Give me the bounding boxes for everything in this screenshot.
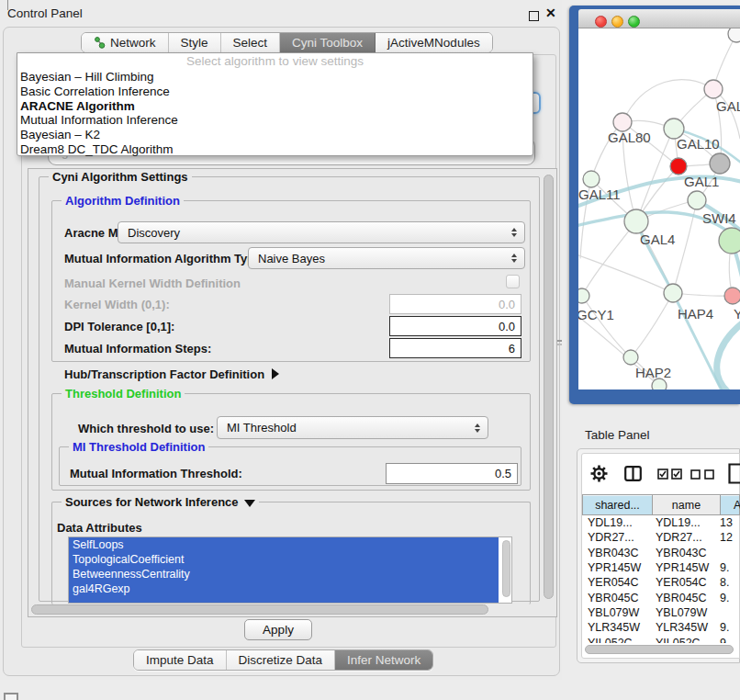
attribute-item-partial[interactable]	[69, 596, 499, 604]
mi-threshold-field[interactable]: 0.5	[386, 463, 518, 484]
settings-horizontal-scrollbar[interactable]	[31, 604, 488, 615]
dropdown-item-dream8-dc-tdc-algorithm[interactable]: Dream8 DC_TDC Algorithm	[17, 142, 533, 157]
attribute-item-gal4rgexp[interactable]: gal4RGexp	[69, 581, 499, 596]
node-label-gal10: GAL10	[677, 136, 720, 152]
zoom-traffic-icon[interactable]	[628, 16, 640, 28]
apply-button[interactable]: Apply	[244, 619, 312, 640]
panel-splitter-handle[interactable]	[556, 339, 563, 346]
table-row[interactable]: YPR145WYPR145W9.	[582, 560, 740, 575]
dropdown-item-bayesian-hill-climbing[interactable]: Bayesian – Hill Climbing	[17, 70, 533, 85]
table-row[interactable]: YDR27...YDR27...12	[582, 530, 740, 545]
sources-group-title[interactable]: Sources for Network Inference	[62, 495, 259, 509]
dropdown-item-aracne-algorithm[interactable]: ARACNE Algorithm	[17, 99, 533, 114]
table-cell: YBL079W	[652, 606, 720, 619]
node-label-gal1: GAL1	[684, 174, 719, 189]
node-hap2[interactable]	[623, 350, 638, 365]
node-gray[interactable]	[710, 153, 730, 174]
table-cell: YER054C	[582, 576, 652, 589]
tab-network[interactable]: Network	[82, 33, 169, 52]
table-cell: 12	[720, 531, 740, 544]
network-canvas[interactable]: GALGAL80GAL10GAL1GAL11SWI4GAL4GCY1HAP4YH…	[578, 28, 740, 390]
node-gal11[interactable]	[583, 171, 600, 187]
tab-cyni-toolbox[interactable]: Cyni Toolbox	[280, 33, 376, 52]
attribute-item-betweennesscentrality[interactable]: BetweennessCentrality	[69, 567, 499, 581]
node-label-hap4: HAP4	[678, 306, 713, 322]
network-edge[interactable]	[582, 221, 636, 296]
tab-style[interactable]: Style	[169, 33, 221, 52]
float-panel-icon[interactable]	[529, 11, 539, 21]
mi-threshold-group-title: MI Threshold Definition	[69, 440, 208, 454]
file-icon[interactable]	[728, 463, 740, 484]
network-window-titlebar[interactable]	[578, 9, 740, 28]
checked-boxes-icon[interactable]	[657, 469, 683, 480]
tab-label: Network	[110, 36, 156, 50]
network-edge[interactable]	[578, 254, 673, 293]
tab-discretize-data[interactable]: Discretize Data	[227, 650, 336, 670]
kernel-width-field[interactable]: 0.0	[389, 294, 521, 314]
table-cell: YPR145W	[582, 561, 652, 574]
dpi-tolerance-field[interactable]: 0.0	[389, 316, 521, 336]
close-icon[interactable]: ✕	[545, 6, 556, 20]
split-columns-icon[interactable]	[624, 466, 642, 481]
column-header-name[interactable]: name	[652, 494, 721, 515]
gear-icon[interactable]	[590, 465, 608, 482]
manual-kernel-label: Manual Kernel Width Definition	[64, 277, 241, 290]
data-attributes-list[interactable]: SelfLoopsTopologicalCoefficientBetweenne…	[68, 536, 512, 604]
node-gcy1[interactable]	[578, 288, 589, 303]
node-salmon[interactable]	[724, 288, 740, 304]
hub-section-toggle[interactable]: Hub/Transcription Factor Definition	[64, 367, 279, 381]
table-horizontal-scrollbar[interactable]	[585, 645, 734, 654]
manual-kernel-checkbox[interactable]	[506, 275, 520, 288]
table-row[interactable]: YBR045CYBR045C9.	[582, 590, 740, 604]
table-cell: YBR043C	[652, 547, 720, 559]
dropdown-item-basic-correlation-inference[interactable]: Basic Correlation Inference	[17, 85, 533, 99]
tab-select[interactable]: Select	[221, 33, 281, 52]
table-cell: YLR345W	[652, 621, 720, 634]
tab-infer-network[interactable]: Infer Network	[335, 650, 432, 670]
node-hap4[interactable]	[664, 284, 682, 302]
node-big-green[interactable]	[719, 228, 740, 254]
node-swi4[interactable]	[688, 191, 706, 209]
attribute-item-topologicalcoefficient[interactable]: TopologicalCoefficient	[69, 552, 499, 567]
table-row[interactable]: YBL079WYBL079W	[582, 605, 740, 620]
minimize-traffic-icon[interactable]	[611, 16, 623, 28]
table-cell: YBR045C	[652, 592, 720, 604]
dropdown-item-bayesian-k2[interactable]: Bayesian – K2	[17, 128, 533, 142]
table-row[interactable]: YER054CYER054C8.	[582, 575, 740, 590]
attribute-item-selfloops[interactable]: SelfLoops	[69, 537, 499, 552]
table-body[interactable]: YDL19...YDL19...13YDR27...YDR27...12YBR0…	[582, 515, 740, 643]
table-row[interactable]: YLR345WYLR345W9.	[582, 620, 740, 635]
tab-label: Cyni Toolbox	[292, 36, 363, 50]
network-edge[interactable]	[582, 296, 631, 357]
mi-type-label: Mutual Information Algorithm Type:	[64, 252, 265, 265]
node-gal80[interactable]	[613, 113, 632, 131]
list-scrollbar[interactable]	[502, 540, 510, 597]
node-gal1[interactable]	[670, 158, 687, 175]
node-gal4[interactable]	[624, 209, 648, 233]
table-row[interactable]: YIL052CYIL052C9	[582, 635, 740, 643]
algorithm-definition-title: Algorithm Definition	[62, 194, 184, 208]
mi-type-combo[interactable]: Naive Bayes	[248, 247, 525, 269]
table-row[interactable]: YBR043CYBR043C	[582, 546, 740, 560]
network-edge[interactable]	[717, 321, 740, 390]
aracne-mode-combo[interactable]: Discovery	[118, 221, 525, 243]
close-traffic-icon[interactable]	[595, 16, 607, 28]
column-header-shared-name[interactable]: shared...	[582, 494, 653, 515]
settings-vertical-scrollbar[interactable]	[544, 175, 554, 599]
dropdown-item-mutual-information-inference[interactable]: Mutual Information Inference	[17, 113, 533, 128]
mi-steps-field[interactable]: 6	[389, 338, 521, 358]
minimized-panel-icon[interactable]	[4, 693, 18, 700]
node-pink-top[interactable]	[704, 80, 723, 98]
node-top-right[interactable]	[728, 28, 740, 42]
which-threshold-combo[interactable]: MI Threshold	[217, 416, 488, 439]
table-row[interactable]: YDL19...YDL19...13	[582, 515, 740, 530]
tab-impute-data[interactable]: Impute Data	[134, 650, 227, 670]
column-header-partial[interactable]: A	[720, 494, 740, 515]
kernel-width-label: Kernel Width (0,1):	[64, 298, 170, 311]
unchecked-boxes-icon[interactable]	[690, 469, 715, 480]
control-panel: Control Panel ✕ galFiltered.sif default …	[0, 0, 562, 680]
table-cell: YBR045C	[582, 592, 652, 604]
tab-jactivemnodules[interactable]: jActiveMNodules	[376, 33, 492, 52]
network-edge[interactable]	[631, 293, 673, 357]
table-cell: YIL052C	[582, 637, 652, 643]
